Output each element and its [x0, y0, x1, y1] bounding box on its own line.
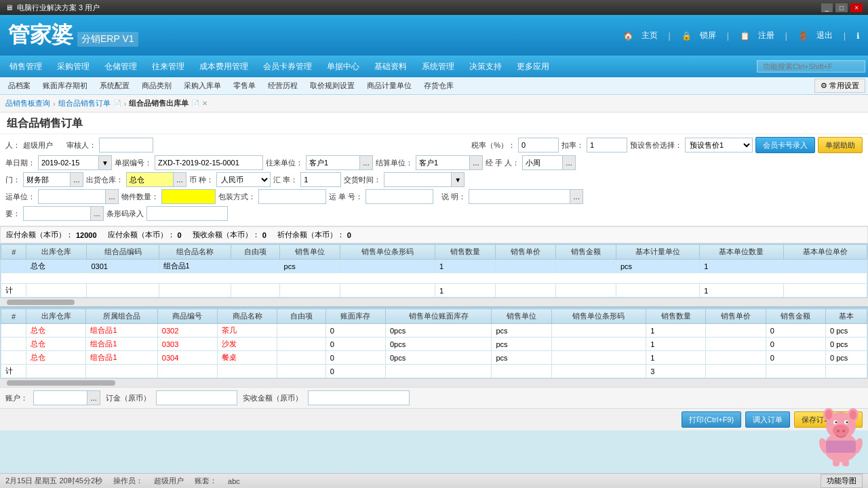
- discount-input[interactable]: [587, 138, 627, 152]
- remark-picker[interactable]: …: [91, 206, 104, 221]
- dept-input[interactable]: [23, 172, 71, 187]
- nav-documents[interactable]: 单据中心: [320, 58, 366, 75]
- price-select[interactable]: 预设售价1: [685, 138, 753, 152]
- top-scroll[interactable]: [0, 298, 868, 306]
- bottom-scroll[interactable]: [0, 379, 868, 387]
- cell-price: [495, 260, 555, 273]
- handler-picker[interactable]: …: [563, 155, 576, 170]
- subnav-history[interactable]: 经营历程: [262, 79, 303, 92]
- breadcrumb-item-2[interactable]: 组合品销售订单: [58, 98, 111, 108]
- cell-qty: 1: [435, 260, 496, 273]
- nav-purchase[interactable]: 采购管理: [50, 58, 96, 75]
- cell-combo-code: 0301: [87, 260, 159, 273]
- register-link[interactable]: 注册: [758, 30, 774, 41]
- rate-input[interactable]: [300, 172, 341, 187]
- th-num: #: [1, 245, 26, 260]
- table-row[interactable]: 总仓 组合品1 0303 沙发 0 0pcs pcs 1 0 0 pcs: [1, 338, 867, 351]
- person-value: 超级用户: [23, 140, 64, 150]
- barcode-input[interactable]: [146, 206, 228, 221]
- to-unit-input[interactable]: [306, 155, 360, 170]
- note-field: …: [469, 189, 583, 204]
- top-scroll-thumb[interactable]: [7, 300, 75, 305]
- ship-num-input[interactable]: [366, 189, 433, 204]
- title-bar-buttons[interactable]: _ □ ×: [821, 3, 863, 12]
- nav-warehouse[interactable]: 仓储管理: [98, 58, 144, 75]
- subnav-unit[interactable]: 商品计量单位: [361, 79, 417, 92]
- total-filler-2: [87, 284, 159, 298]
- membership-card-button[interactable]: 会员卡号录入: [755, 137, 815, 153]
- table-row[interactable]: 总仓 组合品1 0304 餐桌 0 0pcs pcs 1 0 0 pcs: [1, 351, 867, 365]
- nav-sales[interactable]: 销售管理: [3, 58, 49, 75]
- doc-num-input[interactable]: [155, 155, 263, 170]
- nav-decision[interactable]: 决策支持: [462, 58, 509, 75]
- form-row-4: 运单位： … 物件数量： 包装方式： 运 单 号： 说 明： …: [5, 189, 863, 204]
- subnav-price-rules[interactable]: 取价规则设置: [304, 79, 360, 92]
- subnav-product-category[interactable]: 商品类别: [136, 79, 177, 92]
- note-picker[interactable]: …: [570, 189, 583, 204]
- settle-picker[interactable]: …: [470, 155, 483, 170]
- document-assist-button[interactable]: 单据助助: [818, 137, 863, 153]
- remark-input[interactable]: [23, 206, 91, 221]
- breadcrumb: 品销售板查询 › 组合品销售订单 📄 › 组合品销售出库单 📄 ✕: [0, 95, 868, 113]
- settle-input[interactable]: [416, 155, 470, 170]
- nav-transactions[interactable]: 往来管理: [145, 58, 191, 75]
- btotal-filler-7: [492, 365, 551, 378]
- info-link[interactable]: ℹ: [856, 30, 860, 40]
- exit-link[interactable]: 退出: [816, 30, 833, 41]
- subnav-system-config[interactable]: 系统配置: [94, 79, 135, 92]
- tax-input[interactable]: [518, 138, 559, 152]
- delivery-time-picker[interactable]: ▼: [452, 172, 465, 187]
- unpaid-value: 0: [347, 231, 351, 239]
- subnav-retail[interactable]: 零售单: [228, 79, 261, 92]
- nav-costs[interactable]: 成本费用管理: [193, 58, 255, 75]
- minimize-button[interactable]: _: [821, 3, 833, 12]
- cell-barcode: [340, 260, 435, 273]
- subnav-purchase-order[interactable]: 采购入库单: [178, 79, 226, 92]
- nav-search-input[interactable]: [757, 60, 865, 73]
- nav-system[interactable]: 系统管理: [415, 58, 461, 75]
- handler-input[interactable]: [522, 155, 563, 170]
- warehouse-input[interactable]: [126, 172, 174, 187]
- account-picker[interactable]: …: [87, 390, 100, 405]
- th-warehouse: 出库仓库: [26, 245, 87, 260]
- item-count-input[interactable]: [161, 189, 216, 204]
- breadcrumb-close[interactable]: ✕: [202, 100, 208, 107]
- lock-link[interactable]: 锁屏: [700, 30, 716, 41]
- function-map-button[interactable]: 功能导图: [821, 474, 863, 488]
- deliver-unit-picker[interactable]: …: [106, 189, 119, 204]
- close-button[interactable]: ×: [850, 3, 863, 12]
- th-combo-name: 组合品名称: [159, 245, 231, 260]
- import-button[interactable]: 调入订单: [745, 411, 790, 428]
- settings-button[interactable]: ⚙ 常用设置: [814, 79, 865, 93]
- table-row[interactable]: 总仓 0301 组合品1 pcs 1 pcs 1: [1, 260, 867, 273]
- maximize-button[interactable]: □: [835, 3, 848, 12]
- delivery-time-input[interactable]: [384, 172, 452, 187]
- pack-input[interactable]: [258, 189, 326, 204]
- bth-name: 商品名称: [218, 309, 277, 324]
- breadcrumb-item-1[interactable]: 品销售板查询: [5, 98, 50, 108]
- dept-picker[interactable]: …: [71, 172, 83, 187]
- warehouse-picker[interactable]: …: [174, 172, 186, 187]
- subnav-warehouse[interactable]: 存货仓库: [418, 79, 459, 92]
- bcell-combo-3: 组合品1: [86, 351, 157, 365]
- deliver-unit-input[interactable]: [38, 189, 106, 204]
- table-row[interactable]: 总仓 组合品1 0302 茶几 0 0pcs pcs 1 0 0 pcs: [1, 324, 867, 338]
- date-input[interactable]: [38, 155, 99, 170]
- print-button[interactable]: 打印(Ctrl+F9): [682, 411, 741, 428]
- subnav-product-file[interactable]: 品档案: [3, 79, 36, 92]
- account-input[interactable]: [33, 390, 87, 405]
- currency-select[interactable]: 人民币: [216, 172, 271, 187]
- subnav-account-init[interactable]: 账面库存期初: [37, 79, 93, 92]
- bottom-scroll-thumb[interactable]: [7, 380, 115, 386]
- to-unit-picker[interactable]: …: [360, 155, 373, 170]
- nav-membership[interactable]: 会员卡券管理: [256, 58, 319, 75]
- nav-master-data[interactable]: 基础资料: [368, 58, 414, 75]
- order-input[interactable]: [156, 390, 237, 405]
- audit-input[interactable]: [99, 138, 153, 152]
- date-picker-button[interactable]: ▼: [99, 155, 112, 170]
- home-link[interactable]: 主页: [642, 30, 658, 41]
- nav-more[interactable]: 更多应用: [510, 58, 556, 75]
- note-input[interactable]: [469, 189, 570, 204]
- received-input[interactable]: [308, 390, 410, 405]
- account-label: 账户：: [5, 393, 28, 403]
